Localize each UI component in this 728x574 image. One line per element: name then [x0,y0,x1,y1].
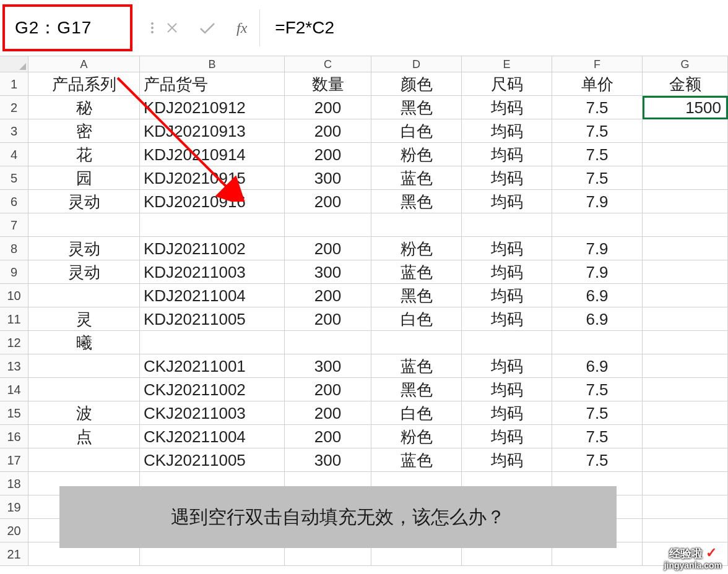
cell-B3[interactable]: KDJ20210913 [140,119,285,143]
row-header[interactable]: 17 [0,448,28,472]
cell-A13[interactable] [28,354,140,378]
select-all-corner[interactable] [0,56,28,72]
cell-E12[interactable] [462,331,552,354]
cell-D7[interactable] [371,213,462,237]
cell-F12[interactable] [552,331,643,354]
cell-B17[interactable]: CKJ20211005 [140,448,285,472]
cell-E16[interactable]: 均码 [462,425,552,448]
row-header[interactable]: 20 [0,519,28,542]
cell-E5[interactable]: 均码 [462,166,552,190]
name-box[interactable] [15,18,130,38]
cell-F14[interactable]: 7.5 [552,378,643,401]
cell-B6[interactable]: KDJ20210916 [140,190,285,213]
cell-B9[interactable]: KDJ20211003 [140,260,285,284]
cell-C6[interactable]: 200 [285,190,371,213]
cell-C11[interactable]: 200 [285,307,371,331]
cell-D15[interactable]: 白色 [371,401,462,425]
cell-E17[interactable]: 均码 [462,448,552,472]
cell-G2[interactable]: 1500 [643,96,728,119]
cell-F15[interactable]: 7.5 [552,401,643,425]
cell-B13[interactable]: CKJ20211001 [140,354,285,378]
cell-C7[interactable] [285,213,371,237]
row-header[interactable]: 21 [0,542,28,566]
cell-F17[interactable]: 7.5 [552,448,643,472]
col-header-D[interactable]: D [371,56,462,72]
cell-B5[interactable]: KDJ20210915 [140,166,285,190]
cell-D10[interactable]: 黑色 [371,284,462,307]
cell-E3[interactable]: 均码 [462,119,552,143]
row-header[interactable]: 5 [0,166,28,190]
cell-A10[interactable] [28,284,140,307]
cell-C3[interactable]: 200 [285,119,371,143]
cell-F4[interactable]: 7.5 [552,143,643,166]
cell-C4[interactable]: 200 [285,143,371,166]
cell-A2[interactable]: 秘 [28,96,140,119]
cell-C13[interactable]: 300 [285,354,371,378]
cell-F5[interactable]: 7.5 [552,166,643,190]
cell-F16[interactable]: 7.5 [552,425,643,448]
cell-A11[interactable]: 灵 [28,307,140,331]
cell-A4[interactable]: 花 [28,143,140,166]
cell-A6[interactable]: 灵动 [28,190,140,213]
col-header-A[interactable]: A [28,56,140,72]
cell-B11[interactable]: KDJ20211005 [140,307,285,331]
row-header[interactable]: 14 [0,378,28,401]
cell-B12[interactable] [140,331,285,354]
cell-E1[interactable]: 尺码 [462,72,552,96]
cell-E2[interactable]: 均码 [462,96,552,119]
cell-D2[interactable]: 黑色 [371,96,462,119]
cell-C15[interactable]: 200 [285,401,371,425]
cell-G6[interactable] [643,190,728,213]
cell-B16[interactable]: CKJ20211004 [140,425,285,448]
row-header[interactable]: 9 [0,260,28,284]
cell-A12[interactable]: 曦 [28,331,140,354]
col-header-G[interactable]: G [643,56,728,72]
cell-F7[interactable] [552,213,643,237]
cell-C2[interactable]: 200 [285,96,371,119]
cell-G20[interactable] [643,519,728,542]
cell-D1[interactable]: 颜色 [371,72,462,96]
enter-icon[interactable] [199,22,215,34]
cell-G10[interactable] [643,284,728,307]
cell-F1[interactable]: 单价 [552,72,643,96]
cell-A15[interactable]: 波 [28,401,140,425]
cell-G11[interactable] [643,307,728,331]
cell-A8[interactable]: 灵动 [28,237,140,260]
cell-G16[interactable] [643,425,728,448]
cell-E15[interactable]: 均码 [462,401,552,425]
cell-A9[interactable]: 灵动 [28,260,140,284]
cell-A5[interactable]: 园 [28,166,140,190]
cell-D6[interactable]: 黑色 [371,190,462,213]
cell-D17[interactable]: 蓝色 [371,448,462,472]
cell-G12[interactable] [643,331,728,354]
cell-G5[interactable] [643,166,728,190]
col-header-E[interactable]: E [462,56,552,72]
cell-B15[interactable]: CKJ20211003 [140,401,285,425]
cell-G3[interactable] [643,119,728,143]
cell-F3[interactable]: 7.5 [552,119,643,143]
row-header[interactable]: 7 [0,213,28,237]
col-header-F[interactable]: F [552,56,643,72]
cell-F2[interactable]: 7.5 [552,96,643,119]
row-header[interactable]: 11 [0,307,28,331]
cell-E11[interactable]: 均码 [462,307,552,331]
cell-C12[interactable] [285,331,371,354]
cell-A7[interactable] [28,213,140,237]
cell-D3[interactable]: 白色 [371,119,462,143]
cell-B14[interactable]: CKJ20211002 [140,378,285,401]
cell-D8[interactable]: 粉色 [371,237,462,260]
row-header[interactable]: 13 [0,354,28,378]
cell-E10[interactable]: 均码 [462,284,552,307]
cell-E13[interactable]: 均码 [462,354,552,378]
cell-G8[interactable] [643,237,728,260]
cell-G9[interactable] [643,260,728,284]
cell-B2[interactable]: KDJ20210912 [140,96,285,119]
cell-G17[interactable] [643,448,728,472]
row-header[interactable]: 6 [0,190,28,213]
row-header[interactable]: 1 [0,72,28,96]
cell-G13[interactable] [643,354,728,378]
cell-D16[interactable]: 粉色 [371,425,462,448]
row-header[interactable]: 15 [0,401,28,425]
cell-B1[interactable]: 产品货号 [140,72,285,96]
cell-G15[interactable] [643,401,728,425]
